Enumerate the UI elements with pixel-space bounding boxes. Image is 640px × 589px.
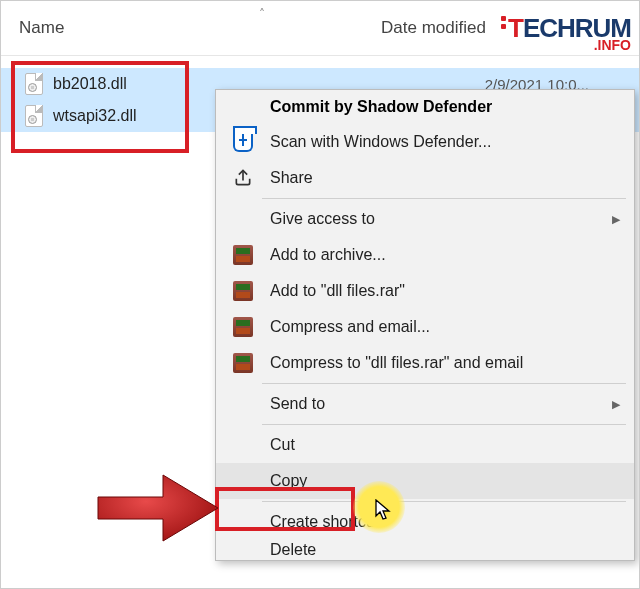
cm-give-access[interactable]: Give access to ▶ [216,201,634,237]
cm-label: Give access to [270,210,375,228]
cm-label: Scan with Windows Defender... [270,133,491,151]
column-name[interactable]: Name [1,18,381,38]
cm-compress-named-email[interactable]: Compress to "dll files.rar" and email [216,345,634,381]
chevron-right-icon: ▶ [612,213,620,226]
cm-label: Add to "dll files.rar" [270,282,405,300]
separator [262,383,626,384]
dll-icon [25,105,43,127]
cursor-icon [375,499,393,524]
cm-label: Compress to "dll files.rar" and email [270,354,523,372]
cm-add-archive[interactable]: Add to archive... [216,237,634,273]
cm-label: Delete [270,541,316,559]
winrar-icon [232,244,254,266]
winrar-icon [232,316,254,338]
cm-delete[interactable]: Delete [216,540,634,560]
logo-prefix: T [508,13,523,43]
winrar-icon [232,352,254,374]
context-menu: Commit by Shadow Defender Scan with Wind… [215,89,635,561]
cm-share[interactable]: Share [216,160,634,196]
dll-icon [25,73,43,95]
cm-send-to[interactable]: Send to ▶ [216,386,634,422]
techrum-logo: TECHRUM .INFO [508,17,631,53]
column-date[interactable]: Date modified [381,18,486,38]
cm-cut[interactable]: Cut [216,427,634,463]
cm-label: Send to [270,395,325,413]
file-name: wtsapi32.dll [53,107,137,125]
cm-label: Cut [270,436,295,454]
cm-label: Copy [270,472,307,490]
separator [262,198,626,199]
winrar-icon [232,280,254,302]
file-name: bb2018.dll [53,75,127,93]
cm-label: Share [270,169,313,187]
cm-label: Commit by Shadow Defender [270,98,492,116]
sort-chevron-icon: ˄ [259,7,265,21]
cm-label: Compress and email... [270,318,430,336]
cm-add-named-rar[interactable]: Add to "dll files.rar" [216,273,634,309]
windows-defender-icon [232,131,254,153]
cm-shadow-defender[interactable]: Commit by Shadow Defender [216,90,634,124]
cm-scan-defender[interactable]: Scan with Windows Defender... [216,124,634,160]
cm-copy[interactable]: Copy [216,463,634,499]
cm-label: Add to archive... [270,246,386,264]
chevron-right-icon: ▶ [612,398,620,411]
separator [262,424,626,425]
cm-compress-email[interactable]: Compress and email... [216,309,634,345]
red-arrow-icon [93,469,223,550]
share-icon [232,167,254,189]
cm-create-shortcut[interactable]: Create shortcut [216,504,634,540]
separator [262,501,626,502]
